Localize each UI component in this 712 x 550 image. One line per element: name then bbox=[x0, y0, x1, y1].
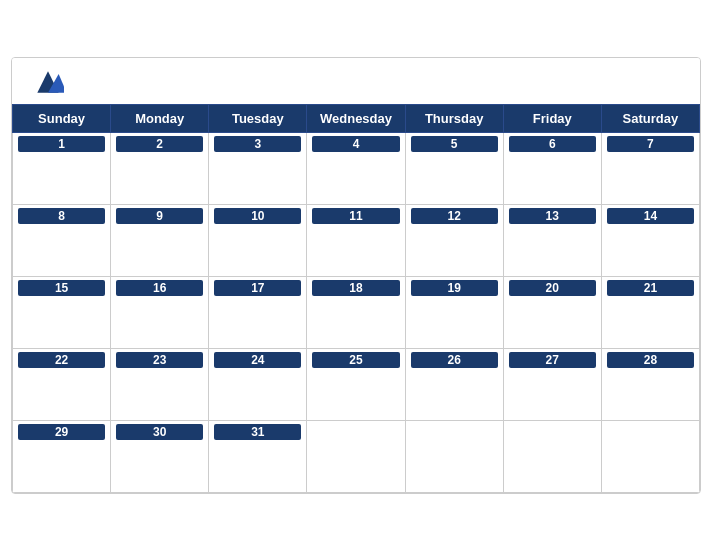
day-number: 17 bbox=[214, 280, 301, 296]
day-cell: 20 bbox=[503, 276, 601, 348]
day-cell-inner: 21 bbox=[607, 280, 694, 345]
day-cell-inner: 16 bbox=[116, 280, 203, 345]
calendar-week-2: 891011121314 bbox=[13, 204, 700, 276]
day-cell: 3 bbox=[209, 132, 307, 204]
day-cell: 22 bbox=[13, 348, 111, 420]
day-cell-inner: 12 bbox=[411, 208, 498, 273]
calendar-header bbox=[12, 58, 700, 104]
day-cell bbox=[405, 420, 503, 492]
day-cell-inner: 11 bbox=[312, 208, 399, 273]
day-number: 22 bbox=[18, 352, 105, 368]
day-cell bbox=[601, 420, 699, 492]
day-cell-inner: 7 bbox=[607, 136, 694, 201]
day-number: 18 bbox=[312, 280, 399, 296]
day-cell: 25 bbox=[307, 348, 405, 420]
day-number: 5 bbox=[411, 136, 498, 152]
day-cell-inner: 17 bbox=[214, 280, 301, 345]
day-cell: 8 bbox=[13, 204, 111, 276]
day-cell: 24 bbox=[209, 348, 307, 420]
day-cell: 4 bbox=[307, 132, 405, 204]
day-cell-inner: 6 bbox=[509, 136, 596, 201]
day-cell-inner: 20 bbox=[509, 280, 596, 345]
day-cell-inner: 24 bbox=[214, 352, 301, 417]
day-cell: 29 bbox=[13, 420, 111, 492]
col-wednesday: Wednesday bbox=[307, 104, 405, 132]
logo-icon bbox=[32, 68, 64, 96]
day-cell: 7 bbox=[601, 132, 699, 204]
day-number: 9 bbox=[116, 208, 203, 224]
day-number: 2 bbox=[116, 136, 203, 152]
day-cell: 1 bbox=[13, 132, 111, 204]
day-cell: 26 bbox=[405, 348, 503, 420]
day-number: 26 bbox=[411, 352, 498, 368]
calendar-table: Sunday Monday Tuesday Wednesday Thursday… bbox=[12, 104, 700, 493]
day-cell: 17 bbox=[209, 276, 307, 348]
day-cell: 23 bbox=[111, 348, 209, 420]
day-cell-inner: 3 bbox=[214, 136, 301, 201]
day-cell-inner: 18 bbox=[312, 280, 399, 345]
day-cell-inner: 8 bbox=[18, 208, 105, 273]
day-number: 24 bbox=[214, 352, 301, 368]
calendar-week-3: 15161718192021 bbox=[13, 276, 700, 348]
weekday-header-row: Sunday Monday Tuesday Wednesday Thursday… bbox=[13, 104, 700, 132]
day-cell-inner: 26 bbox=[411, 352, 498, 417]
day-number: 4 bbox=[312, 136, 399, 152]
day-number: 11 bbox=[312, 208, 399, 224]
day-cell: 2 bbox=[111, 132, 209, 204]
day-cell: 10 bbox=[209, 204, 307, 276]
day-number: 16 bbox=[116, 280, 203, 296]
day-cell: 6 bbox=[503, 132, 601, 204]
col-monday: Monday bbox=[111, 104, 209, 132]
col-thursday: Thursday bbox=[405, 104, 503, 132]
logo-area bbox=[32, 68, 64, 98]
day-number: 30 bbox=[116, 424, 203, 440]
col-tuesday: Tuesday bbox=[209, 104, 307, 132]
day-number: 28 bbox=[607, 352, 694, 368]
day-cell: 28 bbox=[601, 348, 699, 420]
day-number: 6 bbox=[509, 136, 596, 152]
calendar-container: Sunday Monday Tuesday Wednesday Thursday… bbox=[11, 57, 701, 494]
day-cell: 14 bbox=[601, 204, 699, 276]
day-cell-inner: 28 bbox=[607, 352, 694, 417]
day-cell-inner: 13 bbox=[509, 208, 596, 273]
day-cell: 12 bbox=[405, 204, 503, 276]
day-cell-inner: 9 bbox=[116, 208, 203, 273]
day-number: 10 bbox=[214, 208, 301, 224]
day-number: 8 bbox=[18, 208, 105, 224]
day-cell-inner: 1 bbox=[18, 136, 105, 201]
day-cell: 15 bbox=[13, 276, 111, 348]
day-cell-inner: 4 bbox=[312, 136, 399, 201]
day-cell: 19 bbox=[405, 276, 503, 348]
day-cell-inner: 23 bbox=[116, 352, 203, 417]
calendar-week-4: 22232425262728 bbox=[13, 348, 700, 420]
day-number: 15 bbox=[18, 280, 105, 296]
calendar-week-1: 1234567 bbox=[13, 132, 700, 204]
day-cell: 27 bbox=[503, 348, 601, 420]
day-number: 25 bbox=[312, 352, 399, 368]
day-cell-inner: 31 bbox=[214, 424, 301, 489]
col-friday: Friday bbox=[503, 104, 601, 132]
day-number: 20 bbox=[509, 280, 596, 296]
day-cell bbox=[503, 420, 601, 492]
day-cell-inner: 25 bbox=[312, 352, 399, 417]
day-number: 14 bbox=[607, 208, 694, 224]
day-cell-inner: 27 bbox=[509, 352, 596, 417]
day-number: 31 bbox=[214, 424, 301, 440]
day-cell: 9 bbox=[111, 204, 209, 276]
day-cell-inner: 29 bbox=[18, 424, 105, 489]
day-number: 19 bbox=[411, 280, 498, 296]
day-cell bbox=[307, 420, 405, 492]
day-number: 3 bbox=[214, 136, 301, 152]
day-cell-inner: 5 bbox=[411, 136, 498, 201]
day-number: 29 bbox=[18, 424, 105, 440]
day-cell: 18 bbox=[307, 276, 405, 348]
day-cell: 30 bbox=[111, 420, 209, 492]
calendar-body: 1234567891011121314151617181920212223242… bbox=[13, 132, 700, 492]
day-cell: 21 bbox=[601, 276, 699, 348]
day-cell-inner: 22 bbox=[18, 352, 105, 417]
day-cell-inner: 14 bbox=[607, 208, 694, 273]
day-number: 12 bbox=[411, 208, 498, 224]
day-number: 13 bbox=[509, 208, 596, 224]
day-number: 7 bbox=[607, 136, 694, 152]
day-cell-inner: 30 bbox=[116, 424, 203, 489]
